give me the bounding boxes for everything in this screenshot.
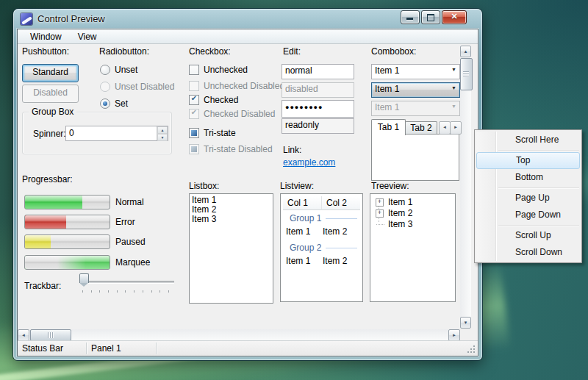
progressbar-paused	[24, 234, 110, 249]
tree-item-3[interactable]: Item 3	[370, 219, 455, 229]
trackbar-thumb[interactable]	[79, 273, 89, 283]
edit-label: Edit:	[283, 46, 301, 57]
progress-fill	[25, 235, 51, 248]
treeview-label: Treeview:	[371, 181, 409, 191]
tab-scroll-left-button[interactable]: ◄	[439, 121, 451, 135]
checkbox-option-label: Checked Disabled	[204, 109, 275, 119]
checkbox-unchecked-disabled: Unchecked Disabled	[189, 81, 284, 91]
window-body: Window View Pushbutton: Radiobutton: Che…	[17, 29, 478, 356]
spinner-label: Spinner:	[33, 129, 66, 139]
title-bar[interactable]: Control Preview ✕	[13, 9, 482, 29]
control-preview-window: Control Preview ✕ Window View Pushbutton…	[13, 9, 482, 360]
menu-item-top[interactable]: Top	[476, 152, 580, 169]
checkbox-unchecked[interactable]: Unchecked	[189, 65, 248, 75]
combobox-normal[interactable]: Item 1 ▼	[371, 64, 460, 79]
app-icon	[21, 13, 32, 25]
treeview[interactable]: + Item 1 + Item 2 Item 3	[370, 193, 456, 302]
spinner-up-button[interactable]: ▲	[157, 126, 168, 134]
listview[interactable]: Col 1 Col 2 Group 1 Item 1 Item 2 Group …	[280, 193, 363, 302]
radio-label: Unset	[115, 65, 137, 75]
listbox-label: Listbox:	[189, 181, 219, 191]
radio-set[interactable]: Set	[100, 98, 128, 109]
desktop: Control Preview ✕ Window View Pushbutton…	[0, 0, 588, 380]
spinner-down-icon: ▼	[161, 135, 165, 140]
tree-item-2[interactable]: + Item 2	[370, 208, 455, 218]
tree-item-1[interactable]: + Item 1	[370, 197, 455, 207]
vertical-scrollbar[interactable]: ▲ ▼	[460, 46, 471, 329]
close-icon: ✕	[442, 12, 466, 21]
scroll-left-button[interactable]: ◄	[18, 329, 29, 341]
trackbar-label: Trackbar:	[24, 281, 61, 291]
menu-item-page-up[interactable]: Page Up	[476, 190, 580, 207]
menu-view[interactable]: View	[70, 30, 105, 43]
horizontal-scroll-thumb[interactable]	[30, 329, 71, 341]
column-header-col1[interactable]: Col 1	[283, 196, 322, 210]
scroll-down-button[interactable]: ▼	[460, 317, 471, 329]
listview-group-header: Group 2	[290, 243, 360, 253]
menu-separator	[498, 187, 579, 188]
horizontal-scrollbar[interactable]: ◄ ►	[18, 329, 460, 341]
progressbar-normal	[24, 195, 110, 209]
radio-unset-disabled: Unset Disabled	[100, 82, 174, 92]
trackbar-track[interactable]	[79, 281, 174, 284]
progressbar-paused-label: Paused	[115, 237, 146, 247]
checkbox-checked[interactable]: ✔ Checked	[189, 95, 238, 105]
checkbox-tristate[interactable]: Tri-state	[189, 128, 236, 138]
combobox-disabled: Item 1 ▼	[371, 101, 460, 116]
menu-item-scroll-down[interactable]: Scroll Down	[476, 244, 580, 261]
spinner-field[interactable]: 0 ▲ ▼	[65, 126, 168, 141]
checkbox-tristate-disabled: Tri-state Disabled	[189, 144, 273, 154]
menu-separator	[498, 225, 579, 226]
status-bar: Status Bar Panel 1	[18, 340, 478, 356]
list-item[interactable]: Item 3	[190, 215, 273, 224]
menu-item-page-down[interactable]: Page Down	[476, 207, 580, 223]
menu-item-scroll-here[interactable]: Scroll Here	[476, 132, 580, 148]
menu-item-bottom[interactable]: Bottom	[476, 169, 580, 186]
chevron-down-icon[interactable]: ▼	[451, 67, 456, 72]
menu-window[interactable]: Window	[22, 30, 70, 43]
menu-item-scroll-up[interactable]: Scroll Up	[476, 227, 580, 244]
scroll-left-icon: ◄	[18, 330, 29, 340]
listbox[interactable]: Item 1 Item 2 Item 3	[189, 193, 273, 304]
edit-readonly[interactable]: readonly	[282, 118, 354, 134]
tab-1[interactable]: Tab 1	[371, 119, 406, 135]
tree-expand-icon[interactable]: +	[376, 209, 384, 218]
combobox-value: Item 1	[375, 102, 399, 112]
standard-button[interactable]: Standard	[22, 64, 79, 82]
radiobutton-label: Radiobutton:	[99, 46, 149, 57]
tab-page	[371, 134, 459, 181]
spinner-value: 0	[69, 128, 74, 138]
minimize-button[interactable]	[401, 10, 420, 24]
spinner-down-button[interactable]: ▼	[157, 134, 168, 141]
chevron-down-icon[interactable]: ▼	[451, 85, 456, 90]
chevron-down-icon: ▼	[451, 104, 456, 109]
minimize-icon	[406, 18, 413, 20]
tab-scroll-right-button[interactable]: ►	[450, 121, 462, 135]
group-box: Group Box Spinner: 0 ▲ ▼	[22, 112, 172, 154]
checkbox-checked-disabled: ✔ Checked Disabled	[189, 109, 275, 119]
status-separator	[156, 343, 157, 354]
close-button[interactable]: ✕	[442, 10, 467, 24]
disabled-button: Disabled	[22, 85, 79, 103]
edit-normal[interactable]: normal	[282, 64, 354, 79]
column-header-col2[interactable]: Col 2	[322, 196, 360, 210]
size-grip[interactable]	[467, 345, 476, 354]
example-link[interactable]: example.com	[283, 157, 335, 168]
group-name: Group 1	[290, 213, 321, 223]
vertical-scroll-thumb[interactable]	[460, 58, 473, 90]
progressbar-marquee	[24, 255, 110, 270]
progressbar-label: Progressbar:	[22, 174, 73, 184]
scroll-up-button[interactable]: ▲	[460, 46, 471, 57]
scroll-up-icon: ▲	[461, 46, 470, 57]
maximize-button[interactable]	[421, 10, 440, 24]
tree-expand-icon[interactable]: +	[376, 198, 384, 207]
spinner-buttons: ▲ ▼	[157, 126, 168, 140]
trackbar-ticks	[82, 290, 171, 293]
pushbutton-label: Pushbutton:	[22, 46, 69, 57]
combobox-focused[interactable]: Item 1 ▼	[371, 82, 460, 98]
scroll-right-button[interactable]: ►	[448, 329, 460, 341]
edit-password[interactable]: ●●●●●●●●	[282, 100, 354, 118]
status-panel-1: Panel 1	[91, 343, 121, 354]
arrow-left-icon: ◄	[442, 125, 447, 129]
radio-unset[interactable]: Unset	[100, 65, 137, 75]
